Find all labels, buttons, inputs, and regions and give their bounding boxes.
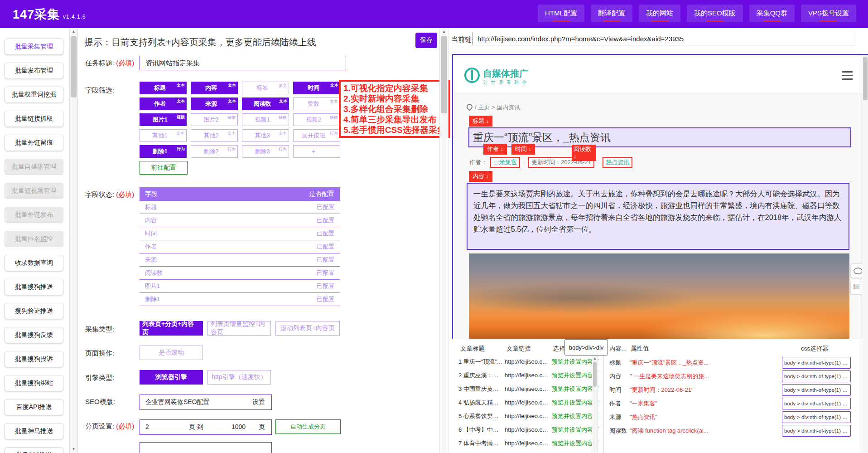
nav-my-seo-templates[interactable]: 我的SEO模版 bbox=[687, 5, 743, 22]
sidebar-item-batch-collect[interactable]: 批量采集管理 bbox=[5, 39, 63, 55]
scrollbar-thumb[interactable] bbox=[593, 362, 597, 387]
article-link[interactable]: http://feijiseo.com/in... bbox=[505, 398, 550, 407]
configured-badge[interactable]: 已配置 bbox=[317, 256, 334, 264]
field-button-image1[interactable]: 图片1链接 bbox=[140, 113, 187, 126]
article-link[interactable]: http://feijiseo.com/in... bbox=[505, 412, 550, 421]
engine-http-button[interactable]: http引擎（速度快） bbox=[207, 370, 271, 385]
sidebar-item-sogou-feedback[interactable]: 批量搜狗反馈 bbox=[5, 327, 63, 343]
configured-badge[interactable]: 已配置 bbox=[317, 216, 334, 224]
goto-config-button[interactable]: 前往配置 bbox=[140, 161, 188, 175]
configured-badge[interactable]: 已配置 bbox=[317, 243, 334, 251]
field-button-other1[interactable]: 其他1文本 bbox=[140, 129, 187, 142]
scrollbar-thumb[interactable] bbox=[71, 36, 77, 97]
field-button-source[interactable]: 来源文本 bbox=[191, 97, 238, 110]
field-button-delete2[interactable]: 删除2行为 bbox=[191, 145, 238, 158]
article-link[interactable]: http://feijiseo.com/in... bbox=[505, 425, 550, 434]
collect-type-incremental[interactable]: 列表页增量监控+内容页 bbox=[207, 321, 271, 336]
sidebar-item-sogou-push[interactable]: 批量搜狗推送 bbox=[5, 279, 63, 295]
field-button-image2[interactable]: 图片2链接 bbox=[191, 113, 238, 126]
configured-badge[interactable]: 已配置 bbox=[317, 203, 334, 211]
author-value[interactable]: 一米集客 bbox=[490, 157, 520, 168]
seo-template-box[interactable]: 企业官网装修SEO配置 设置 bbox=[140, 395, 272, 410]
task-title-input[interactable] bbox=[140, 56, 346, 70]
field-button-title[interactable]: 标题文本 bbox=[140, 82, 187, 94]
sidebar-item-link-grab[interactable]: 批量链接抓取 bbox=[5, 111, 63, 127]
field-button-video1[interactable]: 视频1链接 bbox=[242, 113, 289, 126]
sidebar-item-keyword-mining[interactable]: 批量权重词挖掘 bbox=[5, 87, 63, 103]
seo-settings-button[interactable]: 设置 bbox=[252, 398, 265, 406]
scroll-toggle-button[interactable]: 是否滚动 bbox=[140, 346, 203, 360]
scroll-up-icon[interactable]: ▲ bbox=[592, 356, 598, 361]
article-link[interactable]: http://feijiseo.com/in... bbox=[505, 385, 550, 394]
field-button-tags[interactable]: 标签多文 bbox=[242, 82, 289, 94]
sidebar-item-media-manage[interactable]: 批量自媒体管理 bbox=[5, 159, 63, 175]
sidebar-item-index-query[interactable]: 收录数据查询 bbox=[5, 255, 63, 271]
paging-to-value[interactable]: 1000 bbox=[231, 423, 246, 430]
field-button-delete1[interactable]: 删除1行为 bbox=[140, 145, 187, 158]
nav-my-sites[interactable]: 我的网站 bbox=[639, 5, 680, 22]
scrollbar-thumb[interactable] bbox=[441, 36, 447, 113]
field-button-other2[interactable]: 其他2文本 bbox=[191, 129, 238, 142]
field-button-other3[interactable]: 其他3文本 bbox=[242, 129, 289, 142]
css-selector-column-header: css选择器 bbox=[801, 345, 829, 353]
css-selector-box[interactable]: body > div:nth-of-type(1) > d... bbox=[782, 370, 851, 382]
field-button-add[interactable]: + bbox=[293, 145, 340, 158]
field-button-likes[interactable]: 赞数文本 bbox=[293, 97, 340, 110]
main-right-scrollbar[interactable]: ▲ bbox=[439, 28, 448, 453]
field-button-author[interactable]: 作者文本 bbox=[140, 97, 187, 110]
sidebar-item-baidu-api-push[interactable]: 百度API推送 bbox=[5, 399, 63, 415]
css-selector-box[interactable]: body > div:nth-of-type(1) > d... bbox=[782, 411, 851, 423]
nav-qq-group[interactable]: 采集QQ群 bbox=[749, 5, 795, 22]
field-button-views[interactable]: 阅读数文本 bbox=[242, 97, 289, 110]
hamburger-menu-icon[interactable] bbox=[842, 71, 853, 82]
field-button-content[interactable]: 内容文本 bbox=[191, 82, 238, 94]
sidebar-item-sogou-verify-push[interactable]: 搜狗验证推送 bbox=[5, 303, 63, 319]
source-value[interactable]: 热点资讯 bbox=[603, 157, 632, 168]
article-link[interactable]: http://feijiseo.com/in... bbox=[505, 357, 550, 366]
article-link[interactable]: http://feijiseo.com/in... bbox=[505, 371, 550, 380]
css-selector-box[interactable]: body > div:nth-of-type(1) > d... bbox=[782, 398, 851, 409]
field-button-delete3[interactable]: 删除3行为 bbox=[242, 145, 289, 158]
css-selector-box[interactable]: body > div:nth-of-type(1) > d... bbox=[782, 357, 851, 369]
sidebar-item-rank-monitor[interactable]: 批量排名监控 bbox=[5, 231, 63, 247]
nav-html-config[interactable]: HTML配置 bbox=[538, 5, 584, 22]
sidebar-item-sogou-bind[interactable]: 批量搜狗绑站 bbox=[5, 375, 63, 391]
sidebar-item-sogou-complaint[interactable]: 批量搜狗投诉 bbox=[5, 351, 63, 367]
configured-badge[interactable]: 已配置 bbox=[317, 229, 334, 238]
breadcrumb[interactable]: / 主页 > 国内资讯 bbox=[475, 103, 520, 112]
scrollbar-thumb[interactable] bbox=[863, 57, 868, 100]
sidebar-item-backlink-publish[interactable]: 批量外链发布 bbox=[5, 207, 63, 223]
nav-vps-dial-settings[interactable]: VPS拨号设置 bbox=[801, 5, 856, 22]
save-button[interactable]: 保存 bbox=[415, 33, 437, 48]
configured-badge[interactable]: 已配置 bbox=[317, 269, 334, 277]
field-button-time[interactable]: 时间文本 bbox=[293, 82, 340, 94]
sidebar-item-short-video[interactable]: 批量短视频管理 bbox=[5, 183, 63, 199]
sidebar-item-360-push[interactable]: 批量360推送 bbox=[5, 447, 63, 453]
scroll-up-icon[interactable]: ▲ bbox=[70, 29, 77, 34]
scroll-down-icon[interactable]: ▼ bbox=[70, 447, 77, 452]
collect-type-scroll-list[interactable]: 滚动列表页+内容页 bbox=[275, 321, 340, 336]
selector-dropdown[interactable]: body>div>div bbox=[564, 339, 608, 356]
article-link[interactable]: http://feijiseo.com/in... bbox=[505, 439, 550, 448]
preview-scrollbar[interactable] bbox=[862, 55, 868, 453]
article-content-highlight[interactable]: 一生是要来这场贾志刚的旅途。关于出去旅途，你种叠想到的会是去哪旅途呢？大部分人可… bbox=[467, 183, 849, 250]
auto-generate-paging-button[interactable]: 自动生成分页 bbox=[275, 419, 341, 434]
css-selector-box[interactable]: body > div:nth-of-type(1) > d... bbox=[782, 425, 851, 437]
configured-badge[interactable]: 已配置 bbox=[317, 282, 334, 290]
scroll-up-icon[interactable]: ▲ bbox=[440, 29, 448, 34]
engine-browser-button[interactable]: 浏览器引擎 bbox=[140, 370, 203, 385]
sidebar-item-backlink-trace[interactable]: 批量外链留痕 bbox=[5, 135, 63, 151]
css-selector-box[interactable]: body > div:nth-of-type(1) > d... bbox=[782, 384, 851, 396]
paging-from-value[interactable]: 2 bbox=[145, 423, 149, 430]
current-url-input[interactable] bbox=[473, 32, 855, 45]
field-button-expand[interactable]: 展开按钮行为 bbox=[293, 129, 340, 142]
article-table-scrollbar[interactable]: ▲ bbox=[592, 356, 598, 453]
field-button-video2[interactable]: 视频2链接 bbox=[293, 113, 340, 126]
main-left-scrollbar[interactable]: ▲ ▼ bbox=[69, 28, 78, 453]
sidebar-item-shenma-push[interactable]: 批量神马推送 bbox=[5, 423, 63, 439]
collect-type-list-paging-content[interactable]: 列表页+分页+内容页 bbox=[140, 321, 203, 336]
paging-range-box[interactable]: 2 页 到 1000 页 bbox=[140, 419, 272, 435]
nav-translate-config[interactable]: 翻译配置 bbox=[591, 5, 632, 22]
configured-badge[interactable]: 已配置 bbox=[317, 295, 334, 303]
sidebar-item-batch-publish[interactable]: 批量发布管理 bbox=[5, 63, 63, 79]
